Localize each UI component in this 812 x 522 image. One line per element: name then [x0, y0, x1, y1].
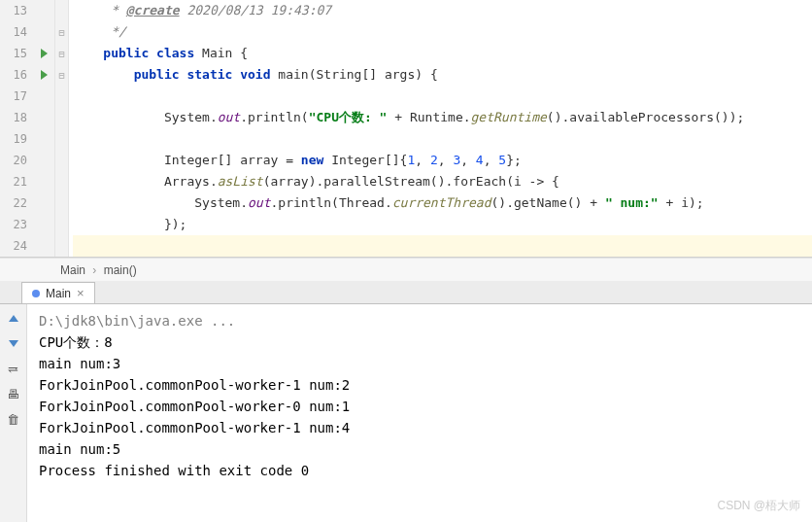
- soft-wrap-button[interactable]: ⥩: [4, 359, 23, 378]
- line-number: 14: [0, 21, 27, 43]
- fold-marker: [55, 0, 68, 21]
- code-line[interactable]: [73, 235, 812, 257]
- console-line: ForkJoinPool.commonPool-worker-1 num:2: [39, 374, 800, 396]
- console-command: D:\jdk8\bin\java.exe ...: [39, 310, 800, 331]
- fold-marker: [55, 214, 68, 235]
- fold-marker: [55, 235, 68, 257]
- run-config-icon: [32, 290, 40, 297]
- line-number: 20: [0, 150, 27, 171]
- console-output[interactable]: D:\jdk8\bin\java.exe ...CPU个数：8main num:…: [27, 304, 812, 522]
- fold-marker: [55, 107, 68, 128]
- code-line[interactable]: [73, 128, 812, 150]
- line-number: 22: [0, 192, 27, 214]
- code-area[interactable]: * @create 2020/08/13 19:43:07 */ public …: [69, 0, 812, 257]
- code-line[interactable]: System.out.println("CPU个数: " + Runtime.g…: [73, 107, 812, 128]
- code-editor[interactable]: 131415161718192021222324 ⊟⊟⊟ * @create 2…: [0, 0, 812, 258]
- close-icon[interactable]: ×: [77, 286, 85, 300]
- console-line: CPU个数：8: [39, 331, 800, 353]
- console-line: ForkJoinPool.commonPool-worker-1 num:4: [39, 417, 800, 438]
- run-tab-bar: Main ×: [0, 281, 812, 304]
- code-line[interactable]: System.out.println(Thread.currentThread(…: [73, 192, 812, 214]
- console-line: main num:3: [39, 353, 800, 374]
- line-number: 19: [0, 128, 27, 150]
- run-tab-label: Main: [46, 287, 71, 300]
- code-line[interactable]: [73, 86, 812, 107]
- code-line[interactable]: });: [73, 214, 812, 235]
- breadcrumb[interactable]: Main › main(): [0, 258, 812, 281]
- breadcrumb-item[interactable]: main(): [104, 263, 137, 277]
- breadcrumb-sep: ›: [92, 263, 96, 277]
- run-gutter-icon: [41, 49, 48, 58]
- line-number: 24: [0, 235, 27, 257]
- fold-marker: [55, 128, 68, 150]
- breadcrumb-item[interactable]: Main: [60, 263, 85, 277]
- fold-marker[interactable]: ⊟: [55, 64, 68, 86]
- code-line[interactable]: public class Main {: [73, 43, 812, 64]
- scroll-up-button[interactable]: [4, 308, 23, 328]
- console-line: main num:5: [39, 438, 800, 460]
- fold-marker: [55, 150, 68, 171]
- code-line[interactable]: Integer[] array = new Integer[]{1, 2, 3,…: [73, 150, 812, 171]
- line-number: 21: [0, 171, 27, 192]
- code-line[interactable]: * @create 2020/08/13 19:43:07: [73, 0, 812, 21]
- line-number: 13: [0, 0, 27, 21]
- run-tab-main[interactable]: Main ×: [21, 282, 95, 303]
- console-exit-line: Process finished with exit code 0: [39, 460, 800, 481]
- print-button[interactable]: 🖶: [4, 384, 23, 403]
- line-number: 15: [0, 43, 27, 64]
- line-number: 16: [0, 64, 27, 86]
- code-line[interactable]: Arrays.asList(array).parallelStream().fo…: [73, 171, 812, 192]
- fold-marker: [55, 86, 68, 107]
- code-line[interactable]: public static void main(String[] args) {: [73, 64, 812, 86]
- scroll-down-button[interactable]: [4, 333, 23, 353]
- line-number: 17: [0, 86, 27, 107]
- fold-marker: [55, 192, 68, 214]
- console-line: ForkJoinPool.commonPool-worker-0 num:1: [39, 396, 800, 417]
- fold-marker[interactable]: ⊟: [55, 43, 68, 64]
- clear-button[interactable]: 🗑: [4, 409, 23, 429]
- fold-marker: [55, 171, 68, 192]
- fold-marker[interactable]: ⊟: [55, 21, 68, 43]
- line-number: 23: [0, 214, 27, 235]
- gutter: 131415161718192021222324: [0, 0, 55, 257]
- watermark: CSDN @梧大师: [717, 498, 800, 514]
- fold-column[interactable]: ⊟⊟⊟: [55, 0, 69, 257]
- line-number: 18: [0, 107, 27, 128]
- run-gutter-icon: [41, 70, 48, 80]
- code-line[interactable]: */: [73, 21, 812, 43]
- run-tool-strip: ⥩ 🖶 🗑: [0, 304, 27, 522]
